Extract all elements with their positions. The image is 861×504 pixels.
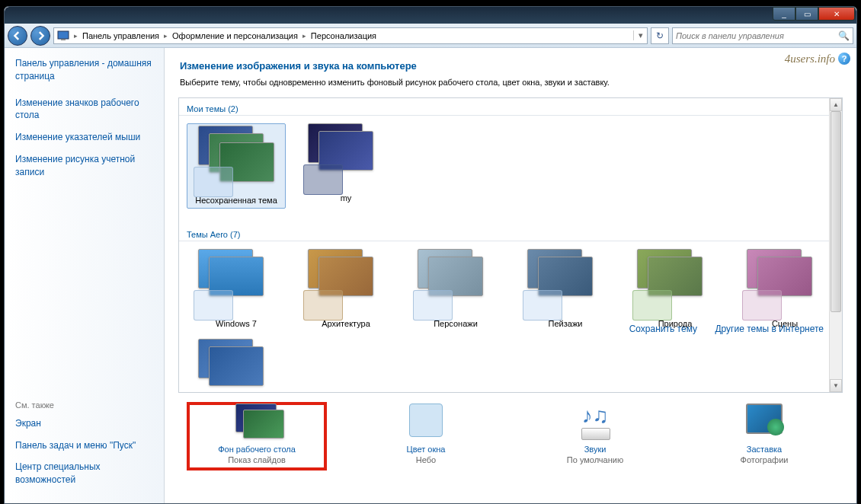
sidebar-link-display[interactable]: Экран xyxy=(15,417,153,430)
search-input[interactable] xyxy=(676,31,838,40)
forward-button[interactable] xyxy=(30,26,50,46)
chevron-right-icon[interactable]: ▸ xyxy=(301,32,308,40)
footer-value: По умолчанию xyxy=(567,455,623,464)
breadcrumb-control-panel[interactable]: Панель управления xyxy=(79,31,162,40)
address-dropdown-icon[interactable]: ▾ xyxy=(633,30,647,40)
sidebar-link-account-picture[interactable]: Изменение рисунка учетной записи xyxy=(15,153,153,179)
body: Панель управления - домашняя страница Из… xyxy=(5,48,856,503)
footer-sounds[interactable]: ♪♫ Звуки По умолчанию xyxy=(527,404,664,469)
footer-row: Фон рабочего стола Показ слайдов Цвет ок… xyxy=(165,393,856,469)
scroll-down-icon[interactable]: ▼ xyxy=(830,379,842,392)
group-aero-themes: Темы Aero (7) xyxy=(179,227,842,241)
theme-row-aero: Windows 7 Архитектура Персонажи Пей xyxy=(179,241,842,331)
address-bar[interactable]: ▸ Панель управления ▸ Оформление и персо… xyxy=(53,27,648,44)
sidebar-footer: См. также Экран Панель задач и меню "Пус… xyxy=(15,400,153,496)
sidebar-link-accessibility[interactable]: Центр специальных возможностей xyxy=(15,461,153,486)
theme-windows7[interactable]: Windows 7 xyxy=(187,249,286,328)
theme-my[interactable]: my xyxy=(296,123,395,209)
page-title: Изменение изображения и звука на компьют… xyxy=(180,60,841,72)
scroll-thumb[interactable] xyxy=(831,111,841,312)
theme-extra[interactable] xyxy=(187,339,286,392)
svg-rect-0 xyxy=(58,31,69,39)
titlebar[interactable]: _ ▭ ✕ xyxy=(5,7,856,24)
page-subtitle: Выберите тему, чтобы одновременно измени… xyxy=(180,78,841,87)
footer-value: Небо xyxy=(416,455,436,464)
svg-rect-1 xyxy=(61,39,66,40)
search-box[interactable]: 🔍 xyxy=(672,27,853,44)
desktop-background-icon xyxy=(232,404,281,440)
theme-nature[interactable]: Природа xyxy=(626,249,725,328)
breadcrumb-personalization[interactable]: Персонализация xyxy=(308,31,379,40)
back-button[interactable] xyxy=(8,26,27,46)
breadcrumb-root-icon[interactable] xyxy=(54,30,72,41)
footer-window-color[interactable]: Цвет окна Небо xyxy=(357,404,495,469)
see-also-label: См. также xyxy=(15,400,153,410)
sidebar-link-desktop-icons[interactable]: Изменение значков рабочего стола xyxy=(15,97,153,123)
sounds-icon: ♪♫ xyxy=(571,404,619,440)
toolbar: ▸ Панель управления ▸ Оформление и персо… xyxy=(5,24,856,48)
search-icon[interactable]: 🔍 xyxy=(838,30,850,41)
group-actions: Сохранить тему Другие темы в Интернете xyxy=(614,324,824,334)
footer-value: Показ слайдов xyxy=(228,455,286,464)
sidebar-link-mouse-pointers[interactable]: Изменение указателей мыши xyxy=(15,131,153,144)
screensaver-icon xyxy=(740,404,789,440)
chevron-right-icon[interactable]: ▸ xyxy=(162,32,169,40)
footer-screensaver[interactable]: Заставка Фотографии xyxy=(696,404,833,469)
maximize-button[interactable]: ▭ xyxy=(795,7,818,21)
content: ? 4users.info Изменение изображения и зв… xyxy=(165,48,856,503)
window: _ ▭ ✕ ▸ Панель управления ▸ Оформление и… xyxy=(4,6,857,504)
footer-value: Фотографии xyxy=(741,455,789,464)
footer-link: Звуки xyxy=(527,445,664,454)
themes-scroll[interactable]: Мои темы (2) Несохраненная тема xyxy=(179,98,842,392)
theme-row-my: Несохраненная тема my xyxy=(179,116,842,212)
theme-row-overflow xyxy=(179,331,842,392)
page-header: Изменение изображения и звука на компьют… xyxy=(165,48,856,93)
more-themes-link[interactable]: Другие темы в Интернете xyxy=(715,324,824,334)
save-theme-link[interactable]: Сохранить тему xyxy=(629,324,697,334)
sidebar-link-taskbar[interactable]: Панель задач и меню "Пуск" xyxy=(15,439,153,452)
theme-architecture[interactable]: Архитектура xyxy=(296,249,395,328)
theme-unsaved[interactable]: Несохраненная тема xyxy=(187,123,286,209)
close-button[interactable]: ✕ xyxy=(818,7,855,21)
sidebar-home-link[interactable]: Панель управления - домашняя страница xyxy=(15,57,153,83)
scrollbar[interactable]: ▲ ▼ xyxy=(829,98,842,392)
breadcrumb-appearance[interactable]: Оформление и персонализация xyxy=(169,31,301,40)
scroll-track[interactable] xyxy=(830,111,842,379)
themes-panel: Мои темы (2) Несохраненная тема xyxy=(178,97,843,393)
theme-scenes[interactable]: Сцены xyxy=(735,249,834,328)
theme-characters[interactable]: Персонажи xyxy=(406,249,505,328)
help-icon[interactable]: ? xyxy=(838,53,850,65)
footer-link: Цвет окна xyxy=(357,445,495,454)
group-my-themes: Мои темы (2) xyxy=(179,101,842,116)
footer-desktop-background[interactable]: Фон рабочего стола Показ слайдов xyxy=(188,404,325,469)
window-color-icon xyxy=(402,404,450,440)
footer-link: Заставка xyxy=(696,445,833,454)
sidebar: Панель управления - домашняя страница Из… xyxy=(5,48,165,503)
minimize-button[interactable]: _ xyxy=(773,7,795,21)
scroll-up-icon[interactable]: ▲ xyxy=(830,98,842,111)
watermark: 4users.info xyxy=(785,53,835,65)
refresh-button[interactable]: ↻ xyxy=(651,27,669,44)
theme-landscapes[interactable]: Пейзажи xyxy=(516,249,615,328)
chevron-right-icon[interactable]: ▸ xyxy=(72,32,79,40)
footer-link: Фон рабочего стола xyxy=(188,445,325,454)
window-buttons: _ ▭ ✕ xyxy=(773,7,855,21)
